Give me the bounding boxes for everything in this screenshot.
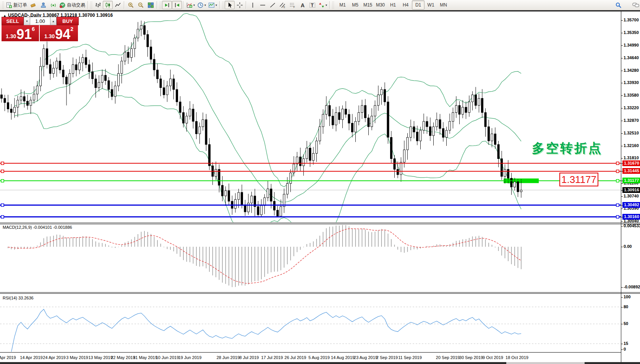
- price-tick: 1.34990: [624, 43, 639, 47]
- sell-price-big: 91: [16, 29, 32, 40]
- axis-tick-mark: [621, 121, 623, 121]
- line-handle[interactable]: [1, 180, 4, 182]
- date-tick: 9 Oct 2019: [483, 355, 503, 360]
- buy-price-button[interactable]: 1.30 94 2: [40, 25, 78, 41]
- chart-canvas[interactable]: [0, 0, 640, 364]
- rsi-line: [11, 309, 522, 352]
- macd-panel: [8, 225, 521, 287]
- sell-button[interactable]: SELL: [2, 17, 24, 25]
- date-tick: 24 Apr 2019: [43, 355, 65, 360]
- price-tick: 1.31810: [624, 155, 639, 160]
- date-tick: 5 Aug 2019: [308, 355, 330, 360]
- mt4-window: 新订单自动交易▾▾▾EFAT▾M1M5M15M30H1H4D1W1MN ▲USD…: [0, 0, 640, 364]
- buy-price-sup: 2: [70, 26, 73, 32]
- price-tick: 50: [624, 321, 628, 326]
- price-tick: 15: [624, 341, 628, 346]
- volume-input[interactable]: [30, 17, 50, 25]
- date-tick: 18 Oct 2019: [506, 355, 528, 360]
- main-macd-separator[interactable]: [0, 223, 640, 224]
- date-tick: 3 May 2019: [66, 355, 88, 360]
- axis-tick-mark: [621, 297, 623, 298]
- one-click-trading-panel: SELL ▼ ▲ BUY 1.30 91 6 1.30 94 2: [2, 17, 79, 41]
- price-tick: 1.33580: [624, 93, 639, 97]
- date-tick: 10 Jun 2019: [156, 355, 179, 360]
- date-tick: 22 May 2019: [111, 355, 135, 360]
- volume-up-button[interactable]: ▲: [50, 17, 57, 25]
- price-tick: 1.35350: [624, 30, 639, 35]
- rsi-date-separator: [0, 352, 621, 353]
- price-tick: 1.32870: [624, 118, 639, 123]
- axis-tick-mark: [621, 133, 623, 134]
- axis-tick-mark: [621, 247, 623, 247]
- axis-tick-mark: [621, 181, 623, 181]
- bollinger-upper: [15, 13, 521, 187]
- price-tick: 1.33930: [624, 80, 639, 85]
- line-handle[interactable]: [616, 162, 619, 165]
- buy-button[interactable]: BUY: [57, 17, 79, 25]
- date-tick: 8 Jul 2019: [240, 355, 259, 360]
- date-tick: 31 May 2019: [133, 355, 157, 360]
- volume-down-button[interactable]: ▼: [24, 17, 30, 25]
- price-tick: 1.34280: [624, 68, 639, 73]
- sell-price-button[interactable]: 1.30 91 6: [2, 25, 40, 41]
- sell-price-prefix: 1.30: [6, 33, 16, 39]
- rsi-indicator-label: RSI(14) 33.2636: [3, 296, 34, 300]
- price-level-label: 1.31177: [622, 178, 640, 183]
- price-tick: 1.33220: [624, 105, 639, 110]
- date-tick: 11 Sep 2019: [398, 355, 422, 360]
- price-tick: 1.30740: [624, 194, 639, 198]
- axis-tick-mark: [621, 217, 623, 217]
- horizontal-scrollbar[interactable]: [0, 362, 640, 364]
- date-tick: 13 May 2019: [88, 355, 113, 360]
- line-handle[interactable]: [1, 170, 4, 173]
- macd-rsi-separator[interactable]: [0, 292, 640, 294]
- line-handle[interactable]: [616, 180, 619, 182]
- axis-tick-mark: [621, 226, 623, 226]
- sell-price-sup: 6: [32, 26, 35, 32]
- macd-indicator-label: MACD(12,26,9) -0.004101 -0.001886: [3, 225, 72, 230]
- line-handle[interactable]: [1, 215, 4, 218]
- line-handle[interactable]: [616, 204, 619, 206]
- price-tick: -0.008928: [624, 285, 640, 289]
- line-handle[interactable]: [616, 170, 619, 173]
- axis-tick-mark: [621, 45, 623, 46]
- date-tick: 30 Sep 2019: [459, 355, 483, 360]
- price-callout-box[interactable]: 1.31177: [559, 173, 598, 186]
- axis-tick-mark: [621, 324, 623, 324]
- axis-tick-mark: [621, 190, 623, 191]
- price-tick: 1.34640: [624, 55, 639, 60]
- line-handle[interactable]: [1, 162, 4, 165]
- date-tick: 28 Jun 2019: [217, 355, 240, 360]
- price-tick: 1.32510: [624, 131, 639, 135]
- date-tick: 26 Jul 2019: [285, 355, 306, 360]
- date-tick: 17 Jul 2019: [261, 355, 283, 360]
- axis-tick-mark: [621, 307, 623, 307]
- line-handle[interactable]: [1, 204, 4, 206]
- axis-tick-mark: [621, 58, 623, 58]
- main-chart-panel: [0, 13, 621, 240]
- price-level-label: 1.30492: [622, 202, 640, 208]
- axis-tick-mark: [621, 287, 623, 288]
- axis-tick-mark: [621, 158, 623, 159]
- axis-tick-mark: [621, 163, 623, 164]
- line-handle[interactable]: [616, 215, 619, 218]
- date-tick: 23 Aug 2019: [354, 355, 378, 360]
- axis-tick-mark: [621, 71, 623, 71]
- candles-layer: [1, 21, 522, 217]
- price-tick: 0.00: [624, 244, 632, 249]
- date-tick: 20 Sep 2019: [436, 355, 460, 360]
- axis-tick-mark: [621, 108, 623, 108]
- price-level-label: 1.30916: [622, 187, 640, 193]
- price-level-label: 1.31670: [622, 160, 640, 166]
- price-tick: 1.35700: [624, 18, 639, 22]
- date-tick: 2 Sep 2019: [376, 355, 398, 360]
- axis-tick-mark: [621, 349, 623, 350]
- axis-tick-mark: [621, 209, 623, 209]
- price-level-label: 1.31445: [622, 168, 640, 174]
- axis-tick-mark: [621, 33, 623, 33]
- buy-price-prefix: 1.30: [44, 33, 55, 39]
- axis-tick-mark: [621, 183, 623, 184]
- price-level-label: 1.30160: [622, 214, 640, 220]
- date-tick: 14 Aug 2019: [331, 355, 355, 360]
- price-tick: 1.32160: [624, 143, 639, 148]
